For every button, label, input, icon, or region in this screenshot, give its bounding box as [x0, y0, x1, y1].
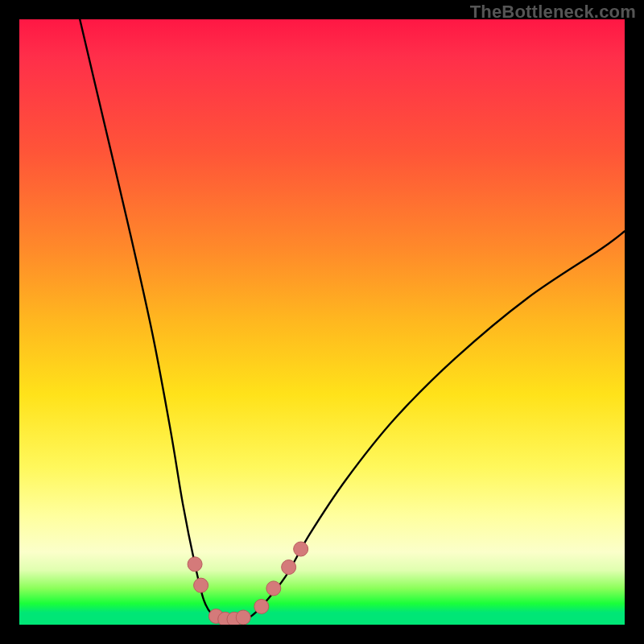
right-arm-marker-4	[294, 542, 308, 556]
right-arm-marker-2	[266, 581, 281, 596]
left-arm-marker-1	[188, 557, 202, 572]
right-arm-marker-1	[254, 599, 269, 613]
plot-area	[19, 19, 625, 625]
marker-layer	[188, 542, 308, 625]
curve-layer	[19, 19, 625, 625]
bottleneck-curve	[80, 19, 625, 622]
chart-frame: TheBottleneck.com	[0, 0, 644, 644]
trough-marker-4	[236, 610, 250, 625]
watermark-text: TheBottleneck.com	[470, 2, 636, 23]
right-arm-marker-3	[282, 560, 296, 575]
left-arm-marker-2	[194, 578, 208, 592]
